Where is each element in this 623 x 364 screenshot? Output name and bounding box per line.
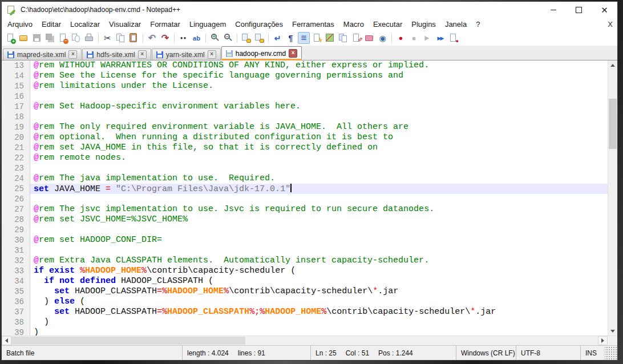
tab-label: mapred-site.xml — [17, 51, 66, 59]
show-indent-guide-button[interactable] — [298, 32, 310, 44]
macro-record-button[interactable] — [395, 32, 407, 44]
code-line-36[interactable]: ) else ( — [30, 297, 608, 307]
status-encoding[interactable]: UTF-8 — [516, 346, 580, 360]
vertical-scrollbar[interactable] — [608, 60, 617, 335]
menu-item-ferramentas[interactable]: Ferramentas — [288, 19, 339, 30]
code-line-19[interactable]: @rem The only required environment varia… — [30, 122, 608, 132]
status-eol-format[interactable]: Windows (CR LF) — [456, 346, 516, 360]
resize-grip[interactable] — [605, 346, 617, 360]
menu-item-linguagem[interactable]: Linguagem — [185, 19, 230, 30]
undo-button[interactable] — [146, 32, 158, 44]
copy-button[interactable] — [115, 32, 127, 44]
tab-close-icon[interactable]: × — [208, 50, 216, 59]
document-map-button[interactable] — [324, 32, 336, 44]
code-line-38[interactable]: ) — [30, 317, 608, 327]
code-line-15[interactable]: @rem limitations under the License. — [30, 81, 608, 91]
sync-vertical-button[interactable] — [240, 32, 252, 44]
code-line-20[interactable]: @rem optional. When running a distribute… — [30, 132, 608, 143]
status-insert-mode[interactable]: INS — [580, 346, 605, 360]
code-line-35[interactable]: set HADOOP_CLASSPATH=%HADOOP_HOME%\contr… — [30, 286, 608, 297]
menu-item-arquivo[interactable]: Arquivo — [3, 19, 37, 30]
maximize-button[interactable] — [566, 2, 592, 18]
macro-run-multiple-button[interactable] — [434, 32, 446, 44]
minimize-button[interactable] — [540, 2, 566, 18]
monitoring-button[interactable] — [377, 32, 389, 44]
close-all-button[interactable] — [70, 32, 82, 44]
code-line-25[interactable]: set JAVA_HOME = "C:\Program Files\Java\j… — [30, 184, 608, 194]
redo-button[interactable] — [159, 32, 171, 44]
function-list-button[interactable] — [350, 32, 362, 44]
toolbar-separator — [143, 34, 143, 43]
code-line-34[interactable]: if not defined HADOOP_CLASSPATH ( — [30, 276, 608, 286]
menu-item-?[interactable]: ? — [471, 19, 484, 30]
code-line-37[interactable]: set HADOOP_CLASSPATH=%HADOOP_CLASSPATH%;… — [30, 307, 608, 317]
editor-area[interactable]: 1314151617181920212223242526272829303132… — [2, 60, 617, 335]
horizontal-scrollbar-track[interactable] — [11, 336, 598, 345]
menu-item-macro[interactable]: Macro — [339, 19, 369, 30]
code-line-27[interactable]: @rem The jsvc implementation to use. Jsv… — [30, 204, 608, 215]
code-line-24[interactable]: @rem The java implementation to use. Req… — [30, 173, 608, 184]
code-line-13[interactable]: @rem WITHOUT WARRANTIES OR CONDITIONS OF… — [30, 60, 608, 71]
zoom-in-button[interactable] — [209, 32, 221, 44]
open-file-button[interactable] — [18, 32, 30, 44]
tab-close-icon[interactable]: × — [138, 50, 147, 59]
scroll-left-arrow[interactable] — [2, 336, 11, 345]
scroll-down-arrow[interactable] — [608, 326, 617, 335]
code-line-22[interactable]: @rem remote nodes. — [30, 153, 608, 163]
menu-item-configura-es[interactable]: Configurações — [230, 19, 288, 30]
find-button[interactable] — [177, 32, 189, 44]
tab-close-icon[interactable]: × — [289, 49, 297, 58]
menu-item-formatar[interactable]: Formatar — [145, 19, 185, 30]
code-line-21[interactable]: @rem set JAVA_HOME in this file, so that… — [30, 143, 608, 153]
code-line-26[interactable] — [30, 194, 608, 204]
code-line-18[interactable] — [30, 112, 608, 122]
code-area[interactable]: @rem WITHOUT WARRANTIES OR CONDITIONS OF… — [30, 60, 608, 335]
tab-hdfs-site.xml[interactable]: hdfs-site.xml× — [82, 48, 151, 60]
paste-button[interactable] — [128, 32, 140, 44]
menu-item-plugins[interactable]: Plugins — [407, 19, 440, 30]
code-line-32[interactable]: @rem Extra Java CLASSPATH elements. Auto… — [30, 256, 608, 266]
scroll-up-arrow[interactable] — [608, 60, 617, 70]
vertical-scrollbar-thumb[interactable] — [609, 99, 617, 149]
code-line-16[interactable] — [30, 91, 608, 102]
document-list-button[interactable] — [337, 32, 349, 44]
tab-close-icon[interactable]: × — [68, 50, 77, 59]
close-button[interactable]: ✕ — [592, 2, 617, 18]
sync-horizontal-button[interactable] — [253, 32, 265, 44]
folder-as-workspace-button[interactable] — [363, 32, 375, 44]
code-line-28[interactable]: @rem set JSVC_HOME=%JSVC_HOME% — [30, 215, 608, 225]
menu-item-janela[interactable]: Janela — [440, 19, 471, 30]
code-line-17[interactable]: @rem Set Hadoop-specific environment var… — [30, 102, 608, 112]
close-file-button[interactable] — [57, 32, 69, 44]
code-line-14[interactable]: @rem See the License for the specific la… — [30, 71, 608, 81]
cut-button[interactable] — [102, 32, 114, 44]
replace-button[interactable] — [191, 32, 203, 44]
menu-item-visualizar[interactable]: Visualizar — [104, 19, 145, 30]
tab-mapred-site.xml[interactable]: mapred-site.xml× — [3, 48, 82, 60]
code-line-31[interactable] — [30, 245, 608, 256]
horizontal-scrollbar-thumb[interactable] — [11, 337, 245, 345]
tab-hadoop-env.cmd[interactable]: hadoop-env.cmd× — [221, 46, 302, 60]
print-button[interactable] — [83, 32, 95, 44]
tab-yarn-site.xml[interactable]: yarn-site.xml× — [152, 48, 221, 60]
code-line-33[interactable]: if exist %HADOOP_HOME%\contrib\capacity-… — [30, 266, 608, 276]
code-line-29[interactable] — [30, 225, 608, 235]
macro-save-button[interactable] — [447, 32, 459, 44]
menu-item-editar[interactable]: Editar — [37, 19, 66, 30]
code-line-23[interactable] — [30, 163, 608, 173]
horizontal-scrollbar[interactable] — [2, 335, 617, 345]
line-number: 38 — [2, 317, 24, 327]
user-defined-language-button[interactable] — [311, 32, 323, 44]
code-line-30[interactable]: @rem set HADOOP_CONF_DIR= — [30, 235, 608, 245]
menu-item-localizar[interactable]: Localizar — [66, 19, 104, 30]
scroll-right-arrow[interactable] — [598, 336, 608, 345]
zoom-out-button[interactable] — [222, 32, 234, 44]
word-wrap-button[interactable] — [272, 32, 284, 44]
close-document-x-button[interactable]: X — [608, 20, 613, 29]
code-line-39[interactable]: ) — [30, 327, 608, 335]
title-bar: C:\hadoop\etc\hadoop\hadoop-env.cmd - No… — [2, 2, 617, 18]
line-number: 28 — [2, 215, 24, 225]
show-all-characters-button[interactable] — [285, 32, 297, 44]
new-file-button[interactable] — [5, 32, 17, 44]
menu-item-executar[interactable]: Executar — [369, 19, 407, 30]
